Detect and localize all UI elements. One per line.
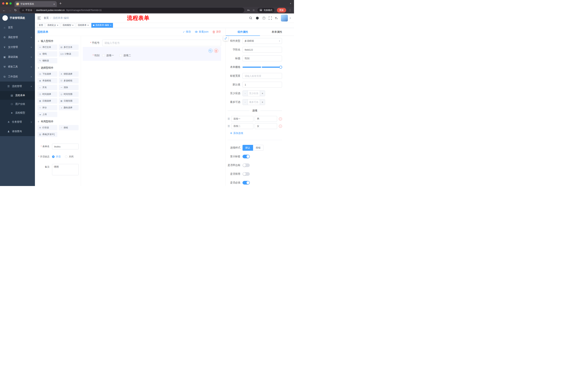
status-off-radio[interactable]: 关闭	[65, 155, 74, 158]
default-value-input[interactable]	[242, 82, 282, 87]
sidebar-item-process-model[interactable]: ➤ 流程模型	[0, 108, 35, 117]
sidebar-item-home[interactable]: ⌂ 首页	[0, 22, 35, 32]
tag-流程表单-编辑[interactable]: 流程表单-编辑×	[91, 23, 113, 28]
bookmark-star-icon[interactable]: ☆	[252, 9, 255, 12]
font-size-icon[interactable]: TT	[275, 17, 278, 20]
form-canvas[interactable]: *手机号 *性别 选项一	[81, 36, 226, 186]
tag-close-icon[interactable]: ×	[57, 24, 58, 26]
grid-slider[interactable]	[242, 64, 282, 70]
browser-menu-icon[interactable]: ⋮	[289, 9, 292, 12]
checkbox-option-2[interactable]: 选项二	[119, 54, 131, 57]
border-switch[interactable]	[242, 163, 250, 167]
palette-item[interactable]: ◐开关	[37, 85, 57, 90]
status-on-radio[interactable]: 开启	[52, 155, 61, 158]
max-select-value[interactable]: 最多可选	[248, 99, 260, 105]
delete-widget-button[interactable]	[214, 49, 218, 53]
github-icon[interactable]	[256, 16, 259, 20]
tag-流程定义[interactable]: 流程定义×	[46, 23, 60, 28]
help-icon[interactable]: ?	[262, 17, 265, 20]
tag-close-icon[interactable]: ×	[72, 24, 74, 26]
sidebar-item-task-mgmt[interactable]: ⋔ 任务管理 ∨	[0, 117, 35, 127]
option-2-value-input[interactable]	[255, 123, 277, 129]
minus-button[interactable]: −	[243, 99, 248, 105]
palette-item[interactable]: ◎下拉选择	[37, 71, 57, 77]
form-name-input[interactable]	[52, 144, 79, 149]
palette-item[interactable]: ☁上传	[37, 112, 57, 117]
minus-button[interactable]: −	[243, 91, 248, 96]
palette-item[interactable]: ▥表格[开发中]	[37, 132, 57, 137]
remove-option-button[interactable]: −	[279, 117, 282, 120]
palette-item[interactable]: ◑颜色选择	[59, 105, 79, 110]
remove-option-button[interactable]: −	[279, 125, 282, 128]
back-icon[interactable]: ←	[2, 9, 6, 12]
option-1-value-input[interactable]	[255, 116, 277, 122]
avatar[interactable]	[281, 15, 288, 21]
phone-input[interactable]	[102, 40, 221, 46]
palette-item[interactable]: ☆评分	[37, 105, 57, 110]
slider-track[interactable]	[242, 67, 282, 68]
checkbox-icon[interactable]	[102, 54, 105, 57]
close-window-button[interactable]	[2, 2, 4, 5]
search-tabs-chevron-icon[interactable]: ▾	[290, 2, 291, 5]
clear-button[interactable]: 清空	[212, 30, 221, 33]
sidebar-item-system[interactable]: ⚙ 系统管理 ∨	[0, 32, 35, 42]
palette-item[interactable]: ◈密码	[37, 51, 57, 57]
link-button[interactable]	[223, 36, 228, 41]
sidebar-item-devtools[interactable]: ⚒ 研发工具 ∨	[0, 62, 35, 72]
breadcrumb-home[interactable]: 首页	[44, 16, 49, 20]
add-option-button[interactable]: ⊕ 添加选项	[230, 131, 282, 135]
reload-icon[interactable]: ↻	[14, 9, 17, 12]
sidebar-item-workflow[interactable]: ⧉ 工作流程 ∧	[0, 72, 35, 82]
hamburger-icon[interactable]	[35, 17, 43, 19]
palette-item[interactable]: ▤多行文本	[59, 45, 79, 50]
component-type-select[interactable]: 多选框组 ▾	[242, 38, 282, 44]
widget-gender-selected[interactable]: *性别 选项一 选项二	[83, 47, 221, 61]
sidebar-item-process-mgmt[interactable]: ☰ 流程管理 ∧	[0, 82, 35, 91]
option-1-label-input[interactable]	[231, 116, 254, 122]
field-name-input[interactable]	[242, 47, 282, 53]
disabled-switch[interactable]	[242, 172, 250, 176]
tag-width-input[interactable]	[242, 73, 282, 79]
title-input[interactable]	[242, 55, 282, 61]
sidebar-item-leave-query[interactable]: ♟ 请假查询	[0, 127, 35, 136]
browser-update-button[interactable]: 更新	[277, 8, 286, 12]
checkbox-option-1[interactable]: 选项一	[102, 54, 114, 57]
new-tab-button[interactable]: +	[59, 1, 62, 5]
tab-form-props[interactable]: 表单属性	[260, 28, 294, 36]
sidebar-item-infra[interactable]: ▣ 基础设施 ∨	[0, 52, 35, 62]
palette-item[interactable]: ☝按钮	[59, 125, 79, 130]
tag-close-icon[interactable]: ×	[87, 24, 89, 26]
tag-流程表单[interactable]: 流程表单×	[76, 23, 90, 28]
slider-handle[interactable]	[279, 66, 282, 69]
style-default-button[interactable]: 默认	[242, 145, 253, 151]
fullscreen-icon[interactable]	[269, 17, 272, 20]
sidebar-item-payment[interactable]: ¥ 支付管理 ∨	[0, 42, 35, 52]
tag-close-icon[interactable]: ×	[110, 24, 112, 26]
remark-textarea[interactable]: 嘿嘿	[52, 164, 79, 175]
drag-handle-icon[interactable]: ☰	[228, 125, 230, 128]
checkbox-icon[interactable]	[119, 54, 122, 57]
tag-首页[interactable]: 首页	[37, 23, 45, 28]
palette-item[interactable]: ☑多选框组	[59, 78, 79, 83]
forward-icon[interactable]: →	[8, 9, 11, 12]
search-icon[interactable]	[249, 16, 252, 20]
palette-item[interactable]: ⋔级联选择	[59, 71, 79, 77]
copy-widget-button[interactable]	[209, 49, 212, 53]
min-select-value[interactable]: 至少应选	[248, 91, 260, 96]
browser-tab[interactable]: 芋道管理系统 ×	[15, 1, 57, 7]
minimize-window-button[interactable]	[6, 2, 8, 5]
show-label-switch[interactable]	[242, 155, 250, 158]
palette-item[interactable]: ▩日期范围	[59, 98, 79, 104]
palette-item[interactable]: ◶时间范围	[59, 92, 79, 97]
tag-流程模型[interactable]: 流程模型×	[61, 23, 75, 28]
palette-item[interactable]: ◷时间选择	[37, 92, 57, 97]
plus-button[interactable]: +	[260, 99, 265, 105]
palette-item[interactable]: ▭单行文本	[37, 45, 57, 50]
tab-close-icon[interactable]: ×	[53, 2, 55, 6]
widget-phone[interactable]: *手机号	[83, 40, 221, 46]
palette-item[interactable]: ◉单选框组	[37, 78, 57, 83]
palette-item[interactable]: ▦日期选择	[37, 98, 57, 104]
password-key-icon[interactable]	[247, 9, 250, 12]
required-switch[interactable]	[242, 181, 250, 185]
maximize-window-button[interactable]	[10, 2, 12, 5]
